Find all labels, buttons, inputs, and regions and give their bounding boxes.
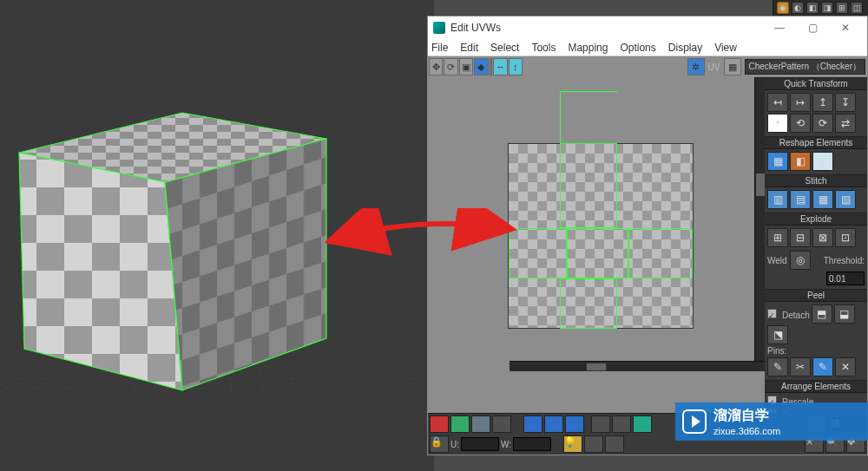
uv-h-scrollbar[interactable] — [510, 361, 765, 371]
w-field[interactable] — [513, 437, 551, 451]
rollhead[interactable]: Reshape Elements — [765, 137, 867, 149]
threshold-field[interactable]: 0.01 — [826, 271, 865, 285]
opt-1[interactable] — [584, 435, 603, 453]
loop[interactable] — [612, 415, 631, 433]
menu-mapping[interactable]: Mapping — [568, 42, 608, 54]
uv-v-scrollbar[interactable] — [754, 77, 765, 361]
w-label: W: — [501, 440, 511, 449]
menu-display[interactable]: Display — [668, 42, 702, 54]
uv-transform-tools: ✥ ⟳ ▣ ◆ ↔ ↕ — [428, 56, 523, 77]
max-icon-5[interactable]: ⊞ — [836, 2, 848, 14]
max-topbar: ◉ ◐ ◧ ◨ ⊞ ◫ — [773, 0, 868, 16]
watermark-url: zixue.3d66.com — [713, 426, 780, 436]
peel-lscm[interactable]: ⬓ — [834, 304, 855, 324]
pin-remove[interactable]: ✂ — [790, 357, 811, 376]
rotate-cw[interactable]: ⟳ — [812, 114, 833, 133]
align-top[interactable]: ↥ — [812, 93, 833, 112]
relax[interactable]: ◧ — [790, 152, 811, 171]
watermark-title: 溜溜自学 — [713, 407, 780, 425]
detach-label: Detach — [782, 311, 810, 320]
explode-3[interactable]: ⊠ — [812, 228, 833, 247]
mirror-vertical[interactable]: ↕ — [509, 58, 523, 75]
flip-h[interactable]: ⇄ — [835, 114, 856, 133]
rollhead[interactable]: Explode — [765, 213, 867, 226]
rollhead[interactable]: Arrange Elements — [765, 381, 867, 393]
window-title: Edit UVWs — [450, 22, 501, 34]
stitch-1[interactable]: ▥ — [767, 190, 788, 209]
rollhead[interactable]: Stitch — [765, 175, 867, 187]
pins-label: Pins: — [767, 346, 865, 356]
opt-2[interactable] — [605, 435, 624, 453]
pivot-center[interactable]: • — [767, 114, 788, 133]
uv-label: UV — [708, 62, 720, 72]
align-left[interactable]: ↤ — [767, 93, 788, 112]
stitch-3[interactable]: ▦ — [812, 190, 833, 209]
rollout-peel: Peel Detach ⬒ ⬓ ⬔ Pins: ✎ ✂ ✎ ✕ — [765, 289, 867, 380]
u-field[interactable] — [461, 437, 499, 451]
ring[interactable] — [591, 415, 610, 433]
menu-options[interactable]: Options — [620, 42, 655, 54]
lock[interactable]: 🔒 — [430, 435, 449, 453]
move-tool[interactable]: ✥ — [429, 58, 443, 75]
play-icon — [682, 409, 707, 434]
bulb[interactable]: 💡 — [563, 435, 582, 453]
relax-until[interactable]: ◐ — [812, 152, 833, 171]
weld-label: Weld — [767, 256, 787, 265]
grow[interactable] — [544, 415, 563, 433]
detach-checkbox[interactable] — [767, 309, 777, 318]
app-logo-icon — [433, 22, 445, 34]
explode-4[interactable]: ⊡ — [835, 228, 856, 247]
menu-view[interactable]: View — [714, 42, 737, 54]
show-map[interactable]: ▦ — [724, 58, 741, 75]
uv-titlebar[interactable]: Edit UVWs — ▢ ✕ — [428, 16, 867, 39]
weld-button[interactable]: ◎ — [790, 251, 811, 270]
menu-edit[interactable]: Edit — [460, 42, 478, 54]
max-icon-4[interactable]: ◨ — [821, 2, 833, 14]
rollhead[interactable]: Peel — [765, 290, 867, 302]
max-icon-3[interactable]: ◧ — [806, 2, 819, 14]
peel-reset[interactable]: ⬔ — [767, 325, 788, 344]
pin-active[interactable]: ✎ — [812, 357, 833, 376]
minimize-button[interactable]: — — [763, 17, 796, 38]
sel-element[interactable] — [492, 415, 511, 433]
peel-quick[interactable]: ⬒ — [812, 304, 832, 324]
uv-map-controls: ✲ UV ▦ CheckerPattern （Checker） — [686, 56, 867, 77]
straighten[interactable]: ▦ — [767, 152, 788, 171]
shrink[interactable] — [565, 415, 584, 433]
align-bottom[interactable]: ↧ — [835, 93, 856, 112]
sel-face[interactable] — [471, 415, 490, 433]
align-right[interactable]: ↦ — [790, 93, 811, 112]
max-icon-6[interactable]: ◫ — [851, 2, 863, 14]
svg-marker-11 — [165, 139, 326, 390]
max-icon-2[interactable]: ◐ — [792, 2, 804, 14]
rollout-quick-transform: Quick Transform ↤ ↦ ↥ ↧ • ⟲ ⟳ ⇄ — [765, 77, 867, 136]
uv-seam — [560, 91, 617, 143]
rotate-ccw[interactable]: ⟲ — [790, 114, 811, 133]
mirror-horizontal[interactable]: ↔ — [493, 58, 507, 75]
menu-file[interactable]: File — [431, 42, 448, 54]
menu-select[interactable]: Select — [490, 42, 519, 54]
stitch-2[interactable]: ▤ — [790, 190, 811, 209]
map-dropdown[interactable]: CheckerPattern （Checker） — [745, 59, 866, 75]
stitch-4[interactable]: ▧ — [835, 190, 856, 209]
menu-tools[interactable]: Tools — [531, 42, 556, 54]
pin-add[interactable]: ✎ — [767, 357, 788, 376]
max-icon-1[interactable]: ◉ — [777, 2, 789, 14]
soft-sel[interactable] — [523, 415, 542, 433]
rotate-tool[interactable]: ⟳ — [444, 58, 457, 75]
sel-vertex[interactable] — [430, 415, 449, 433]
separator — [490, 58, 493, 75]
maximize-button[interactable]: ▢ — [796, 17, 829, 38]
rollhead[interactable]: Quick Transform — [765, 78, 867, 90]
pin-clear[interactable]: ✕ — [835, 357, 856, 376]
explode-1[interactable]: ⊞ — [767, 228, 788, 247]
watermark: 溜溜自学 zixue.3d66.com — [675, 402, 868, 441]
close-button[interactable]: ✕ — [829, 17, 862, 38]
explode-2[interactable]: ⊟ — [790, 228, 811, 247]
threshold-label: Threshold: — [824, 256, 865, 265]
freeform-tool[interactable]: ◆ — [474, 58, 488, 75]
sel-edge[interactable] — [450, 415, 470, 433]
scale-tool[interactable]: ▣ — [459, 58, 473, 75]
paint-sel[interactable] — [633, 415, 652, 433]
options-icon[interactable]: ✲ — [687, 58, 705, 75]
